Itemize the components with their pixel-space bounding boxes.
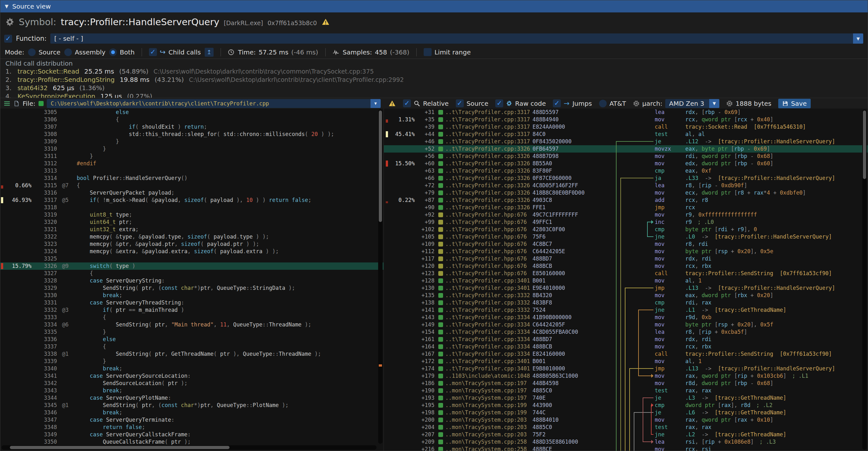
asm-srcloc[interactable]: ..mon\TracySystem.cpp:203 [438, 431, 532, 438]
source-line[interactable]: 3345@1 SendString( ptr, (const char*)ptr… [0, 402, 383, 409]
asm-srcloc[interactable]: ..t\TracyProfiler.cpp:3334 [438, 314, 532, 321]
asm-row[interactable]: +195..mon\TracySystem.cpp:199443900cmpdw… [384, 402, 868, 409]
source-line[interactable]: 3321 uint32_t extra; [0, 226, 383, 233]
asm-row[interactable]: +200..mon\TracySystem.cpp:203488B4010mov… [384, 416, 868, 424]
child-call-name[interactable]: stat64i32 [18, 84, 48, 92]
asm-row[interactable]: +141..t\TracyProfiler.cpp:33327524jne.L1… [384, 306, 868, 314]
asm-row[interactable]: +92..t\TracyProfiler.hpp:67649C7C1FFFFFF… [384, 211, 868, 218]
asm-row[interactable]: +216..mon\TracySystem.cpp:258488BCEmovrc… [384, 446, 868, 451]
asm-row[interactable]: 1.31%+35..t\TracyProfiler.cpp:3317488B49… [384, 116, 868, 123]
source-line[interactable]: 3325 [0, 255, 383, 263]
source-line[interactable]: 3314bool Profiler::HandleServerQuery() [0, 175, 383, 182]
asm-row[interactable]: +72..t\TracyProfiler.cpp:33264C8D05F146F… [384, 182, 868, 189]
asm-srcloc[interactable]: ..1103\include\atomic:1048 [438, 372, 532, 380]
source-line[interactable]: 3349 case ServerQueryCallstackFrame: [0, 431, 383, 438]
asm-row[interactable]: +128..t\TracyProfiler.cpp:3401B001moval,… [384, 277, 868, 284]
source-checkbox[interactable]: ✓ [456, 99, 464, 107]
source-line[interactable]: 3341 case ServerQuerySourceLocation: [0, 372, 383, 380]
source-line[interactable]: 3310 } [0, 145, 383, 153]
source-line[interactable]: 3328 case ServerQueryString: [0, 277, 383, 284]
relative-checkbox[interactable]: ✓ [403, 99, 411, 107]
source-line[interactable]: 3329 SendString( ptr, (const char*)ptr, … [0, 284, 383, 292]
relative-toggle[interactable]: ✓ Relative [403, 99, 449, 107]
source-line[interactable]: 3307 if( shouldExit ) return; [0, 123, 383, 130]
asm-srcloc[interactable]: ..t\TracyProfiler.hpp:676 [438, 263, 532, 270]
source-line[interactable]: 0.66%3315@7{ [0, 182, 383, 189]
asm-srcloc[interactable]: ..t\TracyProfiler.hpp:676 [438, 218, 532, 226]
source-line[interactable]: 46.93%3317@5 if( !m_sock->Read( &payload… [0, 197, 383, 204]
asm-row[interactable]: +193..mon\TracySystem.cpp:197740Eje.L3 -… [384, 394, 868, 402]
uarch-select[interactable]: AMD Zen 3 ▼ [665, 99, 719, 108]
asm-row[interactable]: +66..t\TracyProfiler.cpp:33260F87CE06000… [384, 175, 868, 182]
source-line[interactable]: 3343 break; [0, 387, 383, 394]
titlebar[interactable]: ▼ Source view [0, 0, 868, 12]
asm-row[interactable]: +112..t\TracyProfiler.hpp:676C64424205Em… [384, 248, 868, 255]
chevron-down-icon[interactable]: ▼ [853, 33, 863, 43]
asm-srcloc[interactable]: ..t\TracyProfiler.cpp:3334 [438, 321, 532, 328]
child-calls-toggle[interactable]: ✓ ↪ Child calls [149, 48, 201, 56]
source-line[interactable]: 3336 else [0, 336, 383, 343]
asm-row[interactable]: +174..t\TracyProfiler.cpp:3401E9B8010000… [384, 365, 868, 372]
asm-row[interactable]: +161..t\TracyProfiler.cpp:3334488BD7movr… [384, 336, 868, 343]
asm-srcloc[interactable]: ..mon\TracySystem.cpp:197 [438, 387, 532, 394]
asm-srcloc[interactable]: ..t\TracyProfiler.cpp:3326 [438, 145, 532, 153]
source-line[interactable]: 3347 case ServerQueryTerminate: [0, 416, 383, 424]
radio-assembly[interactable]: Assembly [64, 49, 105, 56]
asm-srcloc[interactable]: ..t\TracyProfiler.cpp:3401 [438, 365, 532, 372]
asm-row[interactable]: 45.41%+44..t\TracyProfiler.cpp:331784C0t… [384, 130, 868, 138]
source-line[interactable]: 3335 } [0, 328, 383, 336]
asm-srcloc[interactable]: ..t\TracyProfiler.cpp:3334 [438, 350, 532, 358]
source-line[interactable]: 3324 memcpy( &extra, &payload.extra, siz… [0, 248, 383, 255]
source-line[interactable]: 3330 break; [0, 292, 383, 299]
asm-srcloc[interactable]: ..t\TracyProfiler.cpp:3401 [438, 277, 532, 284]
asm-row[interactable]: +179..1103\include\atomic:1048488B05B63C… [384, 372, 868, 380]
asm-srcloc[interactable]: ..t\TracyProfiler.hpp:676 [438, 248, 532, 255]
file-path-combo[interactable]: C:\Users\wolf\Desktop\darkrl\contrib\tra… [47, 99, 381, 108]
asm-row[interactable]: +198..mon\TracySystem.cpp:199744Cje.L6 -… [384, 409, 868, 416]
source-line[interactable]: 3318 [0, 204, 383, 211]
chevron-down-icon[interactable]: ▼ [709, 99, 719, 108]
child-call-name[interactable]: tracy::Socket::Read [18, 67, 79, 76]
limit-range-checkbox[interactable]: ✓ [424, 48, 432, 56]
asm-row[interactable]: +209..mon\TracySystem.cpp:258488D35E8861… [384, 438, 868, 446]
assembly-vertical-scrollbar[interactable] [862, 110, 867, 450]
asm-srcloc[interactable]: ..t\TracyProfiler.cpp:3326 [438, 175, 532, 182]
asm-row[interactable]: +46..t\TracyProfiler.cpp:33170F843502000… [384, 138, 868, 145]
asm-srcloc[interactable]: ..mon\TracySystem.cpp:197 [438, 394, 532, 402]
scrollbar-thumb[interactable] [863, 111, 866, 179]
asm-row[interactable]: +186..mon\TracySystem.cpp:197448B4598mov… [384, 380, 868, 387]
scrollbar-thumb[interactable] [379, 111, 382, 222]
source-toggle[interactable]: ✓ Source [456, 99, 489, 107]
source-line[interactable]: 3340 break; [0, 365, 383, 372]
asm-srcloc[interactable]: ..mon\TracySystem.cpp:199 [438, 402, 532, 409]
asm-srcloc[interactable]: ..t\TracyProfiler.hpp:676 [438, 233, 532, 240]
source-line[interactable]: 3339 } [0, 358, 383, 365]
asm-row[interactable]: +143..t\TracyProfiler.cpp:333441B90B0000… [384, 314, 868, 321]
child-calls-checkbox[interactable]: ✓ [149, 48, 157, 56]
asm-srcloc[interactable]: ..t\TracyProfiler.hpp:676 [438, 240, 532, 248]
asm-row[interactable]: +102..t\TracyProfiler.hpp:67642803C0F00c… [384, 226, 868, 233]
function-checkbox[interactable]: ✓ [4, 35, 12, 43]
asm-srcloc[interactable]: ..t\TracyProfiler.cpp:3317 [438, 138, 532, 145]
source-line[interactable]: 3312#endif [0, 160, 383, 167]
asm-srcloc[interactable]: ..t\TracyProfiler.cpp:3326 [438, 189, 532, 197]
jumps-toggle[interactable]: ✓ → Jumps [553, 99, 592, 107]
child-call-name[interactable]: tracy::Profiler::SendLongString [18, 76, 115, 84]
source-line[interactable]: 3346 break; [0, 409, 383, 416]
att-toggle[interactable]: AT&T [599, 100, 626, 107]
asm-srcloc[interactable]: ..t\TracyProfiler.cpp:3332 [438, 299, 532, 306]
asm-row[interactable]: +164..t\TracyProfiler.cpp:3334488BCBmovr… [384, 343, 868, 350]
asm-srcloc[interactable]: ..t\TracyProfiler.cpp:3401 [438, 284, 532, 292]
source-line[interactable]: 3319 uint8_t type; [0, 211, 383, 218]
scrollbar-thumb[interactable] [10, 446, 229, 449]
source-line[interactable]: 3306 { [0, 116, 383, 123]
asm-srcloc[interactable]: ..t\TracyProfiler.cpp:3332 [438, 292, 532, 299]
collapse-icon[interactable]: ▼ [5, 3, 9, 9]
asm-row[interactable]: +207..mon\TracySystem.cpp:20375F2jne.L2 … [384, 431, 868, 438]
asm-row[interactable]: +56..t\TracyProfiler.cpp:3326488B7D98mov… [384, 153, 868, 160]
asm-srcloc[interactable]: ..t\TracyProfiler.cpp:3401 [438, 358, 532, 365]
asm-row[interactable]: +31..t\TracyProfiler.cpp:3317488D5597lea… [384, 109, 868, 116]
source-line[interactable]: 3342 SendSourceLocation( ptr ); [0, 380, 383, 387]
source-line[interactable]: 3323 memcpy( &ptr, &payload.ptr, sizeof(… [0, 240, 383, 248]
child-call-name[interactable]: KeSynchronizeExecution [18, 92, 95, 98]
